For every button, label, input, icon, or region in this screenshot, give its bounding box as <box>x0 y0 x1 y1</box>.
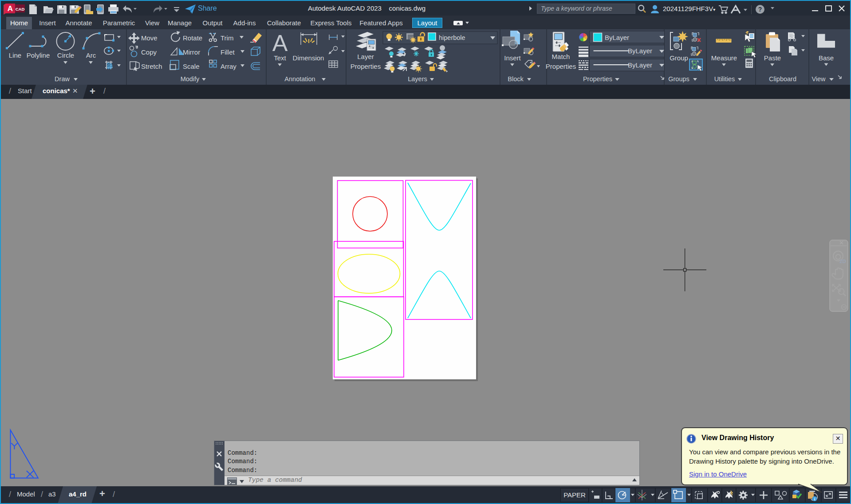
svg-text:Layers: Layers <box>408 75 427 83</box>
svg-text:A: A <box>272 30 288 56</box>
svg-text:Stretch: Stretch <box>141 63 162 70</box>
svg-text:Base: Base <box>819 54 834 62</box>
svg-text:Move: Move <box>141 34 158 42</box>
svg-text:ByLayer: ByLayer <box>605 34 629 41</box>
svg-text:?: ? <box>758 6 762 13</box>
svg-text:Insert: Insert <box>504 54 521 62</box>
svg-text:Measure: Measure <box>711 54 737 62</box>
svg-text:Layer: Layer <box>357 53 374 60</box>
svg-text:Properties: Properties <box>583 75 612 83</box>
svg-text:Text: Text <box>274 54 286 62</box>
svg-text:CAD: CAD <box>16 7 25 12</box>
svg-text:Block: Block <box>508 75 524 83</box>
svg-text:Mirror: Mirror <box>183 48 200 56</box>
svg-text:Dimension: Dimension <box>293 54 324 62</box>
svg-text:Annotation: Annotation <box>284 75 315 83</box>
svg-text:Arc: Arc <box>86 51 96 59</box>
svg-text:Trim: Trim <box>221 34 233 42</box>
svg-text:Draw: Draw <box>55 75 70 83</box>
svg-text:A: A <box>8 4 13 13</box>
svg-text:Rotate: Rotate <box>183 34 202 42</box>
svg-text:View: View <box>812 75 826 83</box>
svg-text:Scale: Scale <box>183 63 200 70</box>
svg-text:Paste: Paste <box>764 54 781 62</box>
svg-text:2D: 2D <box>839 259 846 264</box>
svg-text:Utilities: Utilities <box>714 75 735 83</box>
svg-text:i: i <box>814 497 816 501</box>
svg-text:hiperbole: hiperbole <box>439 34 465 41</box>
svg-text:Array: Array <box>221 63 236 70</box>
svg-text:Group: Group <box>670 54 688 62</box>
svg-text:Properties: Properties <box>546 63 576 70</box>
svg-text:Match: Match <box>552 53 570 60</box>
svg-text:Copy: Copy <box>141 48 157 56</box>
svg-text:Groups: Groups <box>668 75 689 83</box>
svg-text:Circle: Circle <box>57 51 74 59</box>
svg-text:ByLayer: ByLayer <box>628 61 652 69</box>
svg-text:Properties: Properties <box>351 63 381 70</box>
svg-text:Fillet: Fillet <box>221 48 235 56</box>
svg-text:Line: Line <box>9 51 21 59</box>
svg-text:ByLayer: ByLayer <box>628 47 652 55</box>
svg-text:Modify: Modify <box>181 75 200 83</box>
svg-text:Clipboard: Clipboard <box>769 75 796 83</box>
svg-text:Polyline: Polyline <box>27 51 50 59</box>
